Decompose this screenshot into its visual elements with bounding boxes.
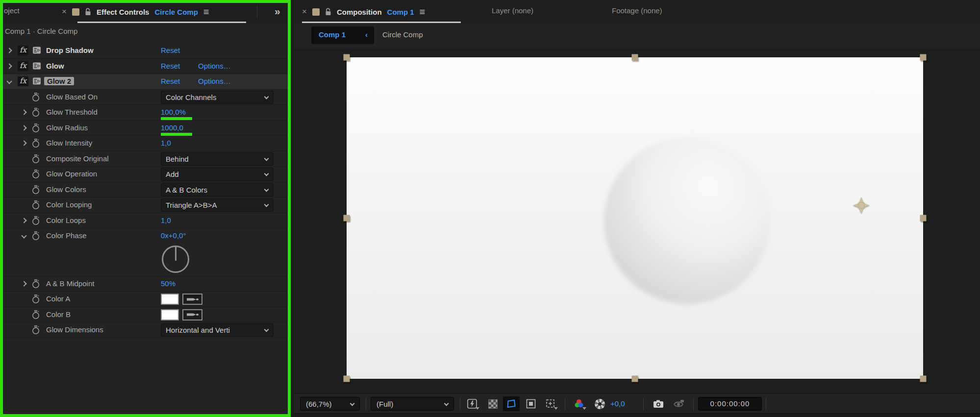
- stopwatch-icon[interactable]: [31, 216, 40, 227]
- reset-link[interactable]: Reset: [161, 62, 180, 70]
- selection-handle[interactable]: [344, 215, 350, 221]
- property-value[interactable]: 1,0: [161, 139, 171, 147]
- selection-handle[interactable]: [920, 54, 927, 61]
- stopwatch-icon[interactable]: [31, 279, 40, 290]
- viewer-back-chevron-icon[interactable]: ‹: [365, 30, 368, 39]
- selection-handle[interactable]: [344, 376, 350, 382]
- expand-chevron-icon[interactable]: [21, 218, 26, 223]
- selection-handle[interactable]: [632, 376, 638, 382]
- eyedropper-icon[interactable]: [182, 294, 202, 305]
- stopwatch-icon[interactable]: [31, 93, 40, 103]
- expand-chevron-icon[interactable]: [21, 109, 26, 115]
- panel-target[interactable]: Circle Comp: [154, 8, 198, 16]
- exposure-value[interactable]: +0,0: [610, 399, 625, 408]
- eyedropper-icon[interactable]: [182, 309, 202, 320]
- property-row: A & B Midpoint50%: [0, 276, 291, 292]
- mask-visibility-icon[interactable]: [503, 396, 520, 411]
- expand-chevron-icon[interactable]: [6, 48, 12, 53]
- property-value[interactable]: 0x+0,0°: [161, 231, 186, 240]
- stopwatch-icon[interactable]: [31, 139, 40, 149]
- channels-icon[interactable]: [571, 396, 587, 411]
- panel-target[interactable]: Comp 1: [387, 8, 414, 16]
- property-value[interactable]: 1,0: [161, 216, 171, 224]
- effect-icon: [32, 77, 42, 87]
- color-swatch[interactable]: [161, 309, 179, 320]
- resolution-value: (Full): [377, 400, 393, 408]
- panel-menu-icon[interactable]: ≡: [203, 7, 209, 17]
- viewer-tab-comp1[interactable]: Comp 1 ‹: [311, 26, 374, 44]
- expand-chevron-icon[interactable]: [21, 233, 26, 238]
- selection-handle[interactable]: [344, 54, 350, 61]
- region-of-interest-icon[interactable]: [523, 396, 539, 411]
- zoom-select[interactable]: (66,7%): [300, 397, 360, 411]
- panel-menu-icon[interactable]: ≡: [420, 7, 426, 17]
- stopwatch-icon[interactable]: [31, 108, 40, 119]
- panel-title: Effect Controls: [97, 8, 150, 16]
- stopwatch-icon[interactable]: [31, 154, 40, 165]
- grid-guides-icon[interactable]: [542, 396, 559, 411]
- expand-chevron-icon[interactable]: [6, 63, 12, 69]
- expand-chevron-icon[interactable]: [6, 78, 12, 84]
- tab-effect-controls[interactable]: × Effect Controls Circle Comp ≡: [62, 0, 209, 24]
- effect-controls-breadcrumb: Comp 1 · Circle Comp: [5, 27, 77, 35]
- effect-row: fxGlow 2ResetOptions…: [0, 74, 291, 90]
- panel-expander-icon[interactable]: »: [275, 5, 279, 17]
- show-snapshot-icon[interactable]: [671, 396, 687, 411]
- close-icon[interactable]: ×: [302, 7, 307, 17]
- annotation-underline: [161, 133, 192, 136]
- panel-lock-icon[interactable]: [325, 8, 331, 16]
- exposure-reset-icon[interactable]: [591, 396, 608, 411]
- stopwatch-icon[interactable]: [31, 310, 40, 321]
- color-swatch[interactable]: [161, 294, 179, 305]
- property-value[interactable]: 100,0%: [161, 108, 186, 116]
- reset-link[interactable]: Reset: [161, 77, 180, 85]
- expand-chevron-icon[interactable]: [21, 125, 26, 130]
- expand-chevron-icon[interactable]: [21, 140, 26, 146]
- fast-preview-icon[interactable]: [464, 396, 480, 411]
- stopwatch-icon[interactable]: [31, 231, 40, 242]
- timecode-field[interactable]: 0:00:00:00: [698, 397, 762, 411]
- expand-chevron-icon[interactable]: [21, 281, 26, 286]
- transparency-grid-icon[interactable]: [484, 396, 501, 411]
- project-tab-partial[interactable]: oject: [4, 6, 20, 15]
- selection-handle[interactable]: [920, 376, 927, 382]
- options-link[interactable]: Options…: [198, 77, 231, 85]
- stopwatch-icon[interactable]: [31, 325, 40, 336]
- property-dropdown[interactable]: A & B Colors: [161, 183, 274, 196]
- property-dropdown[interactable]: Behind: [161, 152, 274, 166]
- resolution-select[interactable]: (Full): [371, 397, 454, 411]
- property-dropdown[interactable]: Color Channels: [161, 91, 274, 104]
- annotation-underline: [161, 117, 192, 120]
- tab-footage[interactable]: Footage (none): [612, 6, 662, 15]
- snapshot-icon[interactable]: [650, 396, 667, 411]
- viewer-tab-label: Comp 1: [319, 30, 346, 39]
- panel-lock-icon[interactable]: [85, 8, 91, 16]
- selection-handle[interactable]: [632, 54, 638, 61]
- selection-handle[interactable]: [920, 215, 927, 221]
- stopwatch-icon[interactable]: [31, 294, 40, 305]
- fx-icon[interactable]: fx: [18, 46, 28, 55]
- circle-layer[interactable]: [604, 137, 771, 304]
- reset-link[interactable]: Reset: [161, 46, 180, 54]
- stopwatch-icon[interactable]: [31, 170, 40, 180]
- anchor-point-icon[interactable]: [852, 196, 871, 215]
- options-link[interactable]: Options…: [198, 62, 231, 70]
- property-name: Color Phase: [46, 231, 87, 240]
- chevron-down-icon: [350, 401, 355, 406]
- tab-composition[interactable]: × Composition Comp 1 ≡: [302, 0, 425, 24]
- close-icon[interactable]: ×: [62, 7, 67, 17]
- property-dropdown[interactable]: Triangle A>B>A: [161, 198, 274, 212]
- dropdown-value: Horizontal and Verti: [166, 326, 230, 334]
- stopwatch-icon[interactable]: [31, 185, 40, 196]
- tab-layer[interactable]: Layer (none): [492, 6, 533, 15]
- fx-icon[interactable]: fx: [18, 76, 28, 86]
- stopwatch-icon[interactable]: [31, 123, 40, 134]
- fx-icon[interactable]: fx: [18, 61, 28, 71]
- composition-canvas[interactable]: [347, 57, 923, 379]
- property-dropdown[interactable]: Horizontal and Verti: [161, 323, 274, 337]
- stopwatch-icon[interactable]: [31, 200, 40, 211]
- property-row: Color A: [0, 292, 291, 307]
- property-dropdown[interactable]: Add: [161, 168, 274, 181]
- property-value[interactable]: 50%: [161, 279, 176, 288]
- property-value[interactable]: 1000,0: [161, 123, 183, 132]
